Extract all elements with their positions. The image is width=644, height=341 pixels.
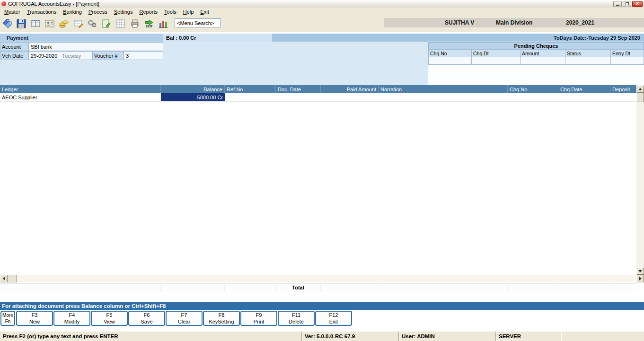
horizontal-scroll-thumb[interactable] [8, 275, 17, 282]
grid-col-ledger: Ledger [0, 85, 161, 93]
pending-cheques-empty-row [428, 57, 644, 65]
pending-cheques-title: Pending Cheques [428, 42, 644, 49]
pending-cheques-panel: Pending Cheques Chq.No Chq.Dt Amount Sta… [428, 42, 644, 85]
f8-keysetting-button[interactable]: F8 KeySetting [203, 311, 240, 326]
screen-title: Payment [0, 34, 163, 42]
calculator-icon[interactable] [115, 17, 127, 30]
ledger-grid-row[interactable]: AEOC Supplier 5000.00 Cr [0, 93, 636, 102]
row-deposit-cell[interactable] [610, 93, 636, 101]
menu-reports[interactable]: Reports [136, 9, 161, 15]
accounts-icon[interactable] [44, 17, 56, 30]
f7-clear-button[interactable]: F7 Clear [166, 311, 203, 326]
horizontal-scrollbar[interactable] [0, 275, 644, 282]
f4-modify-button[interactable]: F4 Modify [53, 311, 90, 326]
todays-date-label: ToDays Date:-Tuesday 29 Sep 2020 [272, 34, 644, 42]
voucher-date-field[interactable]: 29-09-2020 Tuesday [28, 51, 93, 60]
grid-col-chqno: Chq.No [508, 85, 558, 93]
session-info-strip: SUJITHA V Main Division 2020_2021 [384, 18, 644, 27]
scroll-left-button[interactable] [0, 275, 8, 282]
status-hint: Press F2 (or) type any text and press EN… [0, 332, 302, 341]
status-bar: Press F2 (or) type any text and press EN… [0, 331, 644, 341]
f9-print-button[interactable]: F9 Print [240, 311, 277, 326]
app-icon [1, 1, 6, 6]
menu-settings[interactable]: Settings [111, 9, 136, 15]
pending-col-chqdt: Chq.Dt [472, 49, 520, 57]
exit-icon-label: EXIT [146, 25, 152, 28]
voucher-date-label: Vch Date [0, 51, 29, 60]
ledger-book-icon[interactable] [29, 17, 42, 30]
account-label: Account [0, 42, 29, 51]
exit-icon[interactable]: EXIT [143, 17, 155, 30]
row-balance-cell[interactable]: 5000.00 Cr [161, 93, 225, 101]
row-paidamount-cell[interactable] [321, 93, 379, 101]
menu-process[interactable]: Process [85, 9, 111, 15]
grid-col-deposit: Deposit [610, 85, 636, 93]
scroll-down-button[interactable] [636, 267, 644, 275]
restore-icon [626, 2, 629, 5]
f6-save-button[interactable]: F6 Save [128, 311, 165, 326]
tags-icon[interactable] [1, 17, 13, 30]
row-narration-cell[interactable] [379, 93, 508, 101]
session-user: SUJITHA V [445, 19, 474, 26]
session-division: Main Division [496, 19, 532, 26]
ledger-grid-header: Ledger Balance Ref.No Doc. Date Paid Amo… [0, 85, 636, 93]
chart-icon[interactable] [157, 17, 169, 30]
coins-icon[interactable] [58, 17, 70, 30]
f3-new-button[interactable]: F3 New [16, 311, 53, 326]
scroll-up-button[interactable] [636, 85, 644, 93]
session-financial-year: 2020_2021 [566, 19, 594, 26]
minimize-button[interactable] [613, 1, 622, 7]
grid-col-paidamount: Paid Amount [321, 85, 379, 93]
scroll-right-button[interactable] [636, 275, 644, 282]
row-chqno-cell[interactable] [508, 93, 558, 101]
grid-col-refno: Ref.No [225, 85, 276, 93]
function-key-bar: More Fn F3 New F4 Modify F5 View F6 Save… [0, 310, 644, 328]
f11-delete-button[interactable]: F11 Delete [278, 311, 315, 326]
arrow-down-icon [638, 270, 642, 272]
window-title: GOFRUGAL AccountsEasy - [Payment] [8, 1, 99, 7]
minimize-icon [616, 5, 619, 6]
menu-master[interactable]: Master [1, 9, 24, 15]
menu-help[interactable]: Help [180, 9, 197, 15]
more-fn-button[interactable]: More Fn [0, 311, 15, 326]
printer-icon[interactable] [129, 17, 141, 30]
row-refno-cell[interactable] [225, 93, 276, 101]
window-controls: ✕ [613, 1, 643, 7]
close-button[interactable]: ✕ [632, 1, 643, 7]
menu-tools[interactable]: Tools [161, 9, 180, 15]
grid-total-row: Total [0, 283, 636, 291]
menu-bar: Master Transactions Banking Process Sett… [0, 8, 644, 16]
row-ledger-cell[interactable]: AEOC Supplier [0, 93, 161, 101]
arrow-right-icon [639, 277, 642, 280]
voucher-date-value: 29-09-2020 [31, 53, 57, 59]
account-field[interactable]: SBI bank [28, 42, 163, 51]
f5-view-button[interactable]: F5 View [91, 311, 128, 326]
account-balance-label: Bal : 0.00 Cr [163, 34, 272, 42]
arrow-up-icon [638, 88, 642, 90]
pending-col-entrydt: Entry Dt [611, 49, 644, 57]
voucher-form: Account SBI bank Vch Date 29-09-2020 Tue… [0, 42, 428, 85]
vertical-scrollbar[interactable] [636, 85, 644, 275]
gears-icon[interactable] [86, 17, 98, 30]
row-chqdate-cell[interactable] [558, 93, 610, 101]
voucher-number-field[interactable]: 3 [124, 51, 163, 60]
arrow-left-icon [3, 277, 5, 280]
grid-col-chqdate: Chq.Date [558, 85, 610, 93]
toolbar: EXIT <Menu Search> SUJITHA V Main Divisi… [0, 16, 644, 32]
row-docdate-cell[interactable] [276, 93, 321, 101]
edit-icon[interactable] [100, 17, 113, 30]
pending-col-status: Status [565, 49, 611, 57]
vertical-scroll-thumb[interactable] [636, 93, 644, 102]
menu-search-input[interactable]: <Menu Search> [175, 18, 221, 27]
save-icon[interactable] [15, 17, 27, 30]
f12-exit-button[interactable]: F12 Exit [315, 311, 352, 326]
cheque-icon[interactable] [72, 17, 84, 30]
pending-col-amount: Amount [520, 49, 565, 57]
status-user: User: ADMIN [399, 332, 496, 341]
menu-banking[interactable]: Banking [60, 9, 85, 15]
grid-col-docdate: Doc. Date [276, 85, 321, 93]
menu-transactions[interactable]: Transactions [24, 9, 60, 15]
pending-col-chqno: Chq.No [428, 49, 472, 57]
menu-exit[interactable]: Exit [197, 9, 212, 15]
restore-button[interactable] [623, 1, 631, 7]
